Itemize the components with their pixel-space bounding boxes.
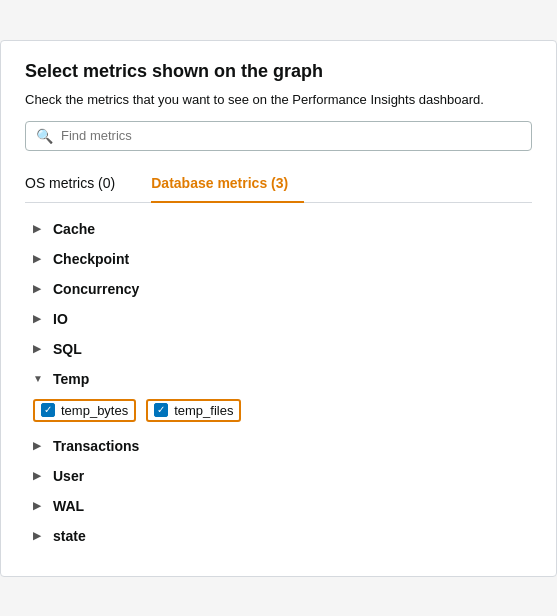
group-concurrency-header[interactable]: ▶ Concurrency bbox=[25, 275, 532, 303]
group-state-label: state bbox=[53, 528, 86, 544]
arrow-io-icon: ▶ bbox=[33, 313, 45, 324]
arrow-wal-icon: ▶ bbox=[33, 500, 45, 511]
group-transactions-label: Transactions bbox=[53, 438, 139, 454]
arrow-checkpoint-icon: ▶ bbox=[33, 253, 45, 264]
arrow-sql-icon: ▶ bbox=[33, 343, 45, 354]
group-transactions: ▶ Transactions bbox=[25, 432, 532, 460]
group-user-header[interactable]: ▶ User bbox=[25, 462, 532, 490]
arrow-temp-icon: ▼ bbox=[33, 373, 45, 384]
group-io-label: IO bbox=[53, 311, 68, 327]
group-wal-header[interactable]: ▶ WAL bbox=[25, 492, 532, 520]
tab-database-metrics[interactable]: Database metrics (3) bbox=[151, 167, 304, 203]
group-user-label: User bbox=[53, 468, 84, 484]
group-sql-header[interactable]: ▶ SQL bbox=[25, 335, 532, 363]
checkbox-temp-bytes[interactable] bbox=[41, 403, 55, 417]
group-wal-label: WAL bbox=[53, 498, 84, 514]
metrics-list: ▶ Cache ▶ Checkpoint ▶ Concurrency ▶ IO bbox=[25, 215, 532, 550]
arrow-user-icon: ▶ bbox=[33, 470, 45, 481]
group-user: ▶ User bbox=[25, 462, 532, 490]
tabs-container: OS metrics (0) Database metrics (3) bbox=[25, 167, 532, 203]
arrow-transactions-icon: ▶ bbox=[33, 440, 45, 451]
group-temp-header[interactable]: ▼ Temp bbox=[25, 365, 532, 393]
group-io: ▶ IO bbox=[25, 305, 532, 333]
group-checkpoint-label: Checkpoint bbox=[53, 251, 129, 267]
metric-temp-bytes: temp_bytes bbox=[33, 399, 136, 422]
group-temp-label: Temp bbox=[53, 371, 89, 387]
group-concurrency: ▶ Concurrency bbox=[25, 275, 532, 303]
tab-os-metrics[interactable]: OS metrics (0) bbox=[25, 167, 131, 203]
search-input[interactable] bbox=[61, 128, 521, 143]
group-concurrency-label: Concurrency bbox=[53, 281, 139, 297]
group-state-header[interactable]: ▶ state bbox=[25, 522, 532, 550]
group-wal: ▶ WAL bbox=[25, 492, 532, 520]
arrow-concurrency-icon: ▶ bbox=[33, 283, 45, 294]
group-cache: ▶ Cache bbox=[25, 215, 532, 243]
group-transactions-header[interactable]: ▶ Transactions bbox=[25, 432, 532, 460]
group-cache-header[interactable]: ▶ Cache bbox=[25, 215, 532, 243]
group-temp: ▼ Temp temp_bytes temp_files bbox=[25, 365, 532, 430]
group-temp-children: temp_bytes temp_files bbox=[25, 393, 532, 430]
group-cache-label: Cache bbox=[53, 221, 95, 237]
arrow-cache-icon: ▶ bbox=[33, 223, 45, 234]
select-metrics-modal: Select metrics shown on the graph Check … bbox=[0, 40, 557, 577]
group-checkpoint: ▶ Checkpoint bbox=[25, 245, 532, 273]
modal-description: Check the metrics that you want to see o… bbox=[25, 92, 532, 107]
group-checkpoint-header[interactable]: ▶ Checkpoint bbox=[25, 245, 532, 273]
group-sql: ▶ SQL bbox=[25, 335, 532, 363]
search-icon: 🔍 bbox=[36, 128, 53, 144]
group-state: ▶ state bbox=[25, 522, 532, 550]
checkbox-temp-files[interactable] bbox=[154, 403, 168, 417]
group-io-header[interactable]: ▶ IO bbox=[25, 305, 532, 333]
label-temp-bytes: temp_bytes bbox=[61, 403, 128, 418]
search-box: 🔍 bbox=[25, 121, 532, 151]
group-sql-label: SQL bbox=[53, 341, 82, 357]
modal-title: Select metrics shown on the graph bbox=[25, 61, 532, 82]
label-temp-files: temp_files bbox=[174, 403, 233, 418]
arrow-state-icon: ▶ bbox=[33, 530, 45, 541]
metric-temp-files: temp_files bbox=[146, 399, 241, 422]
